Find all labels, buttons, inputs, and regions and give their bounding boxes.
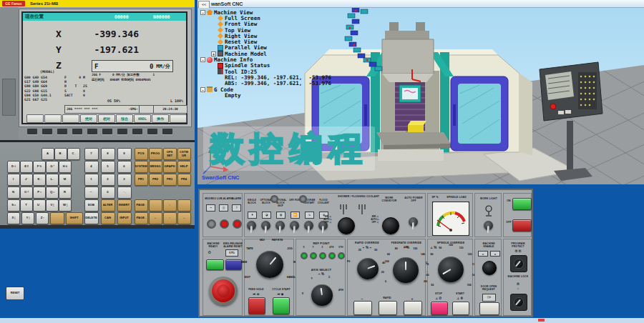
mdi-key[interactable]: PAGE↓ xyxy=(135,212,148,224)
mdi-key[interactable]: 7 xyxy=(84,148,99,160)
jog-plus-button[interactable] xyxy=(404,301,422,315)
mdi-key[interactable]: 5 xyxy=(101,161,115,173)
hw-softkey[interactable] xyxy=(102,129,112,134)
tree-expander[interactable]: - xyxy=(200,87,205,92)
rapid-override-knob[interactable]: F02550100 xyxy=(351,252,384,285)
mdi-key[interactable]: R xyxy=(59,187,72,199)
hw-softkey[interactable] xyxy=(27,129,37,134)
mdi-key[interactable]: PR3 xyxy=(163,174,177,186)
mdi-key[interactable]: A xyxy=(42,148,54,160)
mdi-key[interactable]: DELETE xyxy=(84,212,99,224)
machine-lock-keyswitch[interactable] xyxy=(510,294,527,311)
mdi-key[interactable]: E$ xyxy=(20,161,33,173)
mdi-key[interactable]: ·, xyxy=(117,187,132,199)
mdi-key[interactable]: 9 xyxy=(117,148,132,160)
alarm-reset-button[interactable] xyxy=(225,259,242,270)
work-light-switch[interactable] xyxy=(484,221,493,230)
mdi-key[interactable]: 1 xyxy=(84,174,99,186)
mdi-key[interactable]: N xyxy=(7,187,20,199)
feedrate-override-knob[interactable]: 020406080100120140160180200 xyxy=(386,251,425,289)
spindle-stop-button[interactable] xyxy=(431,302,448,315)
tree-item[interactable]: Top View xyxy=(200,27,331,33)
tree-item[interactable]: Spindle Status xyxy=(200,63,331,69)
mdi-key[interactable]: OFS SET xyxy=(163,148,177,160)
mdi-key[interactable]: 8 xyxy=(101,148,115,160)
coolant-selector-2[interactable]: MIR ◁AUTO ▷OFF ◁ xyxy=(368,215,382,224)
hw-softkey[interactable] xyxy=(87,129,97,134)
mdi-key[interactable]: SYSTEM xyxy=(135,161,148,173)
mdi-key[interactable]: G* xyxy=(46,161,59,173)
door-open-button[interactable] xyxy=(479,302,499,315)
mdi-key[interactable]: V[ xyxy=(46,199,59,212)
tree-item[interactable]: Full Screen xyxy=(200,15,331,21)
toggle-switch[interactable] xyxy=(290,221,299,230)
softkey[interactable] xyxy=(26,114,44,123)
mdi-key[interactable]: PROG xyxy=(149,148,162,160)
mdi-key[interactable]: L: xyxy=(46,174,59,186)
machine-ready-button[interactable] xyxy=(206,259,224,270)
mdi-key[interactable]: Y) xyxy=(21,212,34,224)
tree-expander[interactable]: - xyxy=(200,57,205,62)
mdi-key[interactable] xyxy=(149,199,162,212)
mdi-key[interactable]: 0 xyxy=(101,187,115,199)
mdi-key[interactable]: C, xyxy=(67,148,80,160)
mdi-key[interactable]: K; xyxy=(33,174,46,186)
toggle-switch[interactable] xyxy=(261,221,270,230)
mdi-key[interactable]: 3 xyxy=(117,174,132,186)
machine-3d-viewport[interactable]: - Machine View Full Screen Front View xyxy=(197,8,644,184)
softkey[interactable]: 操作 xyxy=(152,114,169,123)
mdi-key[interactable]: PR4 xyxy=(177,174,191,186)
softkey[interactable] xyxy=(62,114,79,123)
mdi-key[interactable] xyxy=(50,212,64,224)
auto-power-off-switch[interactable] xyxy=(409,217,418,227)
mdi-key[interactable]: PR2 xyxy=(149,174,162,186)
shower-coolant-button[interactable] xyxy=(338,217,355,234)
mdi-key[interactable]: D# xyxy=(7,161,20,173)
mdi-key[interactable]: ALTER xyxy=(101,199,115,212)
reset-key[interactable]: RESET xyxy=(6,287,24,300)
mdi-key[interactable]: B. xyxy=(54,148,67,160)
mdi-key[interactable]: U_ xyxy=(33,199,46,212)
tree-item[interactable]: - G Code xyxy=(200,86,331,92)
softkey[interactable]: HNDL xyxy=(134,114,151,123)
spindle-override-knob[interactable]: 5060708090100110120130140150 xyxy=(431,249,471,289)
mdi-key[interactable]: POS xyxy=(135,148,148,160)
mdi-key[interactable]: F% xyxy=(33,161,46,173)
power-on-button[interactable] xyxy=(512,198,532,210)
softkey[interactable]: 绝对 xyxy=(80,114,97,123)
mdi-key[interactable]: Q> xyxy=(46,187,59,199)
cycle-start-button[interactable] xyxy=(273,297,290,314)
mdi-key[interactable]: CAN xyxy=(101,212,115,224)
mdi-key[interactable]: P< xyxy=(33,187,46,199)
toggle-switch[interactable] xyxy=(247,221,256,230)
axis-select-knob[interactable]: XYZ4TH xyxy=(306,279,338,311)
mdi-key[interactable]: ↓ xyxy=(163,212,177,224)
tree-item[interactable]: Empty xyxy=(200,92,331,98)
softkey[interactable] xyxy=(170,114,187,123)
mdi-key[interactable]: 6 xyxy=(117,161,132,173)
mdi-key[interactable]: GRAPH xyxy=(163,161,177,173)
mdi-key[interactable]: CSTM GR xyxy=(177,148,191,160)
spindle-start-button[interactable] xyxy=(452,302,469,315)
mdi-key[interactable]: W] xyxy=(59,199,72,212)
mdi-key[interactable]: J' xyxy=(20,174,33,186)
mdi-key[interactable]: ← xyxy=(149,212,162,224)
tree-item[interactable]: Right View xyxy=(200,33,331,39)
machine-enable-button[interactable] xyxy=(482,261,497,275)
jog-rapid-button[interactable] xyxy=(379,301,397,315)
mdi-key[interactable]: HELP xyxy=(177,161,191,173)
hw-softkey[interactable] xyxy=(162,129,172,134)
mdi-key[interactable] xyxy=(177,199,191,212)
hw-softkey[interactable] xyxy=(42,129,52,134)
mdi-key[interactable]: H& xyxy=(59,161,72,173)
jog-minus-button[interactable] xyxy=(353,301,372,315)
bottom-scroll-strip[interactable] xyxy=(0,318,644,323)
tree-item[interactable]: Front View xyxy=(200,21,331,27)
hw-softkey[interactable] xyxy=(57,129,67,134)
toggle-switch[interactable] xyxy=(275,221,285,230)
tree-expander[interactable]: + xyxy=(211,51,216,56)
softkey[interactable]: 相对 xyxy=(98,114,115,123)
feed-hold-button[interactable] xyxy=(248,297,265,314)
power-off-button[interactable] xyxy=(512,219,532,232)
mdi-key[interactable]: MESSG xyxy=(149,161,162,173)
